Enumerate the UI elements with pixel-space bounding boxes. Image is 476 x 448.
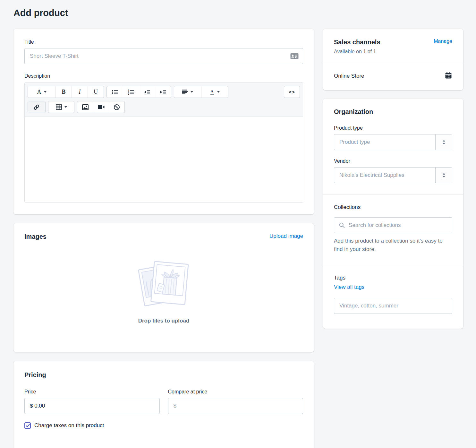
editor-toolbar: A B I U — [25, 82, 303, 116]
align-left-icon — [182, 90, 188, 94]
organization-heading: Organization — [334, 108, 452, 116]
charge-taxes-checkbox[interactable] — [24, 422, 31, 429]
text-color-icon: A — [210, 89, 215, 95]
sales-channels-availability: Available on 1 of 1 — [334, 49, 452, 55]
vendor-selected-value: Nikola's Electrical Supplies — [334, 168, 435, 183]
chevron-down-icon — [217, 91, 220, 93]
bulleted-list-icon — [112, 90, 118, 95]
manage-sales-channels-link[interactable]: Manage — [434, 39, 452, 44]
add-product-page: Add product Title Description — [0, 0, 476, 448]
collections-label: Collections — [334, 204, 452, 211]
compare-at-price-label: Compare at price — [168, 389, 303, 395]
collections-section: Collections Add this product to a collec… — [323, 194, 463, 265]
view-all-tags-link[interactable]: View all tags — [334, 284, 364, 290]
insert-video-button[interactable] — [93, 101, 109, 113]
title-label: Title — [24, 39, 303, 45]
svg-text:3: 3 — [128, 93, 129, 95]
image-dropzone[interactable]: Drop files to upload — [24, 240, 303, 352]
bulleted-list-button[interactable] — [107, 86, 123, 98]
svg-text:A: A — [210, 89, 214, 94]
tags-label: Tags — [334, 275, 452, 281]
product-details-card: Title Description A — [13, 29, 314, 214]
indent-button[interactable] — [155, 86, 171, 98]
channel-name: Online Store — [334, 73, 364, 79]
numbered-list-button[interactable]: 123 — [123, 86, 139, 98]
select-stepper-icon — [435, 168, 452, 183]
italic-button[interactable]: I — [72, 86, 88, 98]
numbered-list-icon: 123 — [128, 90, 134, 95]
outdent-button[interactable] — [139, 86, 155, 98]
dropzone-text: Drop files to upload — [138, 318, 190, 324]
collections-search-input[interactable] — [334, 217, 452, 233]
vendor-select[interactable]: Nikola's Electrical Supplies — [334, 167, 452, 183]
insert-link-button[interactable] — [28, 101, 45, 113]
insert-image-button[interactable] — [77, 101, 93, 113]
images-heading: Images — [24, 233, 47, 240]
text-color-button[interactable]: A — [201, 86, 228, 98]
tags-section: Tags View all tags — [323, 265, 463, 329]
page-title: Add product — [13, 8, 463, 18]
font-style-button[interactable]: A — [28, 86, 55, 98]
tags-input[interactable] — [334, 298, 452, 314]
description-editor-body[interactable] — [25, 116, 303, 202]
channel-row-online-store: Online Store — [323, 63, 463, 90]
compare-at-price-input[interactable] — [168, 398, 303, 414]
table-icon — [56, 104, 62, 110]
upload-image-link[interactable]: Upload image — [269, 233, 303, 239]
collections-help-text: Add this product to a collection so it's… — [334, 237, 452, 254]
description-label: Description — [24, 73, 303, 79]
rich-text-editor: A B I U — [24, 82, 303, 203]
underline-button[interactable]: U — [88, 86, 104, 98]
checkmark-icon — [26, 424, 30, 427]
clear-formatting-icon — [114, 104, 120, 110]
product-title-input[interactable] — [24, 48, 303, 64]
product-type-label: Product type — [334, 125, 452, 131]
contact-card-icon — [290, 53, 299, 61]
image-icon — [82, 104, 89, 110]
organization-card: Organization Product type Product type V… — [323, 99, 463, 329]
chevron-down-icon — [64, 106, 67, 108]
vendor-label: Vendor — [334, 158, 452, 164]
clear-formatting-button[interactable] — [109, 101, 124, 113]
indent-icon — [160, 90, 166, 95]
product-type-selected-value: Product type — [334, 134, 435, 150]
price-input[interactable] — [24, 398, 160, 414]
product-type-select[interactable]: Product type — [334, 134, 452, 150]
sales-channels-heading: Sales channels — [334, 39, 380, 46]
calendar-icon[interactable] — [445, 72, 452, 81]
link-icon — [33, 104, 40, 110]
video-icon — [98, 105, 105, 109]
chevron-down-icon — [44, 91, 47, 93]
pricing-heading: Pricing — [24, 371, 303, 379]
chevron-down-icon — [191, 91, 193, 93]
price-label: Price — [24, 389, 160, 395]
images-card: Images Upload image — [13, 223, 314, 352]
charge-taxes-label: Charge taxes on this product — [34, 422, 104, 429]
polaroid-photos-illustration — [135, 258, 193, 311]
search-icon — [339, 222, 345, 230]
alignment-button[interactable] — [174, 86, 201, 98]
outdent-icon — [144, 90, 150, 95]
bold-button[interactable]: B — [55, 86, 72, 98]
sales-channels-card: Sales channels Manage Available on 1 of … — [323, 29, 463, 90]
select-stepper-icon — [435, 134, 452, 150]
insert-table-button[interactable] — [48, 101, 74, 113]
pricing-card: Pricing Price Compare at price Cha — [13, 361, 314, 448]
show-html-button[interactable]: <> — [284, 86, 300, 98]
